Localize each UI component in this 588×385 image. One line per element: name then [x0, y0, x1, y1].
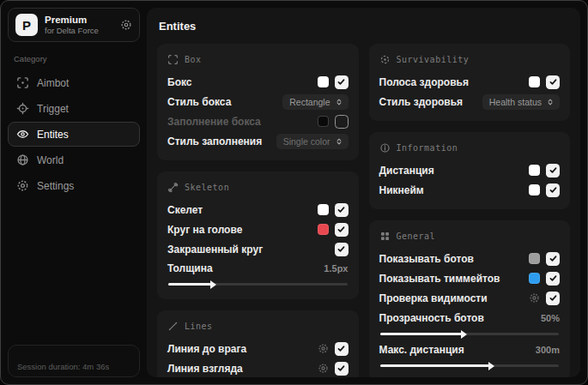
check-icon — [549, 185, 558, 195]
page-title: Entites — [159, 20, 568, 33]
checkbox[interactable] — [335, 75, 349, 89]
checkbox[interactable] — [546, 75, 560, 89]
color-swatch[interactable] — [318, 224, 329, 235]
sidebar-item-entites[interactable]: Entites — [8, 122, 140, 147]
gear-icon[interactable] — [318, 363, 329, 374]
sidebar-item-world[interactable]: World — [8, 147, 140, 172]
aimbot-icon — [16, 76, 29, 89]
checkbox[interactable] — [546, 292, 560, 305]
slider-value: 300m — [536, 345, 560, 355]
section-general: General Показывать ботов Показывать тимм… — [369, 220, 571, 377]
box-frame-icon — [167, 54, 179, 65]
checkbox[interactable] — [335, 342, 349, 356]
slider-value: 50% — [541, 313, 560, 323]
health-style-dropdown[interactable]: Health status — [482, 94, 560, 110]
setting-row-show-bots: Показывать ботов — [379, 249, 561, 268]
info-icon — [379, 142, 391, 153]
section-title: Box — [185, 55, 202, 64]
color-swatch[interactable] — [318, 204, 329, 215]
setting-label: Закрашенный круг — [167, 244, 263, 256]
check-icon — [549, 254, 558, 263]
right-column: Survivability Полоса здоровья Стиль здор… — [369, 44, 571, 377]
app-logo: P — [15, 14, 38, 36]
setting-row-fill-style: Стиль заполнения Single color — [167, 131, 349, 151]
color-swatch[interactable] — [529, 253, 540, 264]
section-skeleton: Skeleton Скелет Круг на голове — [157, 171, 359, 299]
setting-row-health-style: Стиль здоровья Health status — [379, 92, 561, 111]
fill-style-dropdown[interactable]: Single color — [276, 134, 349, 149]
setting-label: Круг на голове — [167, 224, 242, 236]
section-lines: Lines Линия до врага — [157, 310, 359, 377]
session-duration-label: Session duration: 4m 36s — [17, 362, 109, 371]
sidebar-item-aimbot[interactable]: Aimbot — [8, 70, 140, 95]
checkbox[interactable] — [546, 183, 560, 197]
setting-row-box: Бокс — [167, 72, 349, 92]
sidebar-item-label: Aimbot — [37, 77, 69, 89]
sidebar-item-label: Trigget — [37, 103, 69, 115]
check-icon — [336, 244, 346, 254]
checkbox[interactable] — [335, 243, 349, 256]
setting-label: Скелет — [167, 204, 203, 216]
bots-opacity-slider[interactable] — [380, 333, 560, 335]
brand-card: P Premium for Delta Force — [8, 8, 140, 42]
section-title: Skeleton — [185, 183, 229, 192]
main-panel: Entites Box Бокс — [147, 8, 580, 377]
setting-row-enemy-line: Линия до врага — [167, 339, 349, 358]
checkbox[interactable] — [335, 223, 349, 237]
color-swatch[interactable] — [529, 184, 540, 196]
setting-row-filled-circle: Закрашенный круг — [167, 239, 349, 259]
max-distance-slider[interactable] — [380, 364, 560, 367]
slider-thumb[interactable] — [210, 280, 216, 289]
setting-row-head-circle: Круг на голове — [167, 220, 349, 239]
setting-row-box-style: Стиль бокса Rectangle — [167, 92, 349, 111]
color-swatch[interactable] — [318, 76, 329, 87]
chevron-up-down-icon — [335, 137, 343, 146]
line-icon — [167, 321, 179, 332]
color-swatch[interactable] — [318, 116, 329, 127]
gear-icon[interactable] — [529, 292, 540, 304]
checkbox[interactable] — [546, 252, 560, 266]
gear-icon[interactable] — [120, 19, 132, 31]
checkbox[interactable] — [546, 164, 560, 177]
setting-row-distance: Дистанция — [379, 160, 561, 180]
checkbox[interactable] — [546, 272, 560, 286]
thickness-slider[interactable] — [168, 283, 348, 286]
gear-icon[interactable] — [318, 343, 329, 354]
slider-thumb[interactable] — [488, 362, 494, 370]
color-swatch[interactable] — [529, 76, 540, 87]
check-icon — [336, 344, 346, 353]
setting-label: Линия взгляда — [167, 363, 243, 375]
setting-label: Толщина — [167, 262, 213, 274]
sidebar-item-settings[interactable]: Settings — [8, 173, 140, 198]
slider-fill — [168, 283, 211, 286]
sidebar-item-trigget[interactable]: Trigget — [8, 96, 140, 121]
color-swatch[interactable] — [529, 165, 540, 176]
setting-label: Стиль бокса — [167, 96, 231, 108]
setting-label: Прозрачность ботов — [379, 312, 484, 324]
color-swatch[interactable] — [529, 273, 540, 284]
checkbox[interactable] — [335, 115, 349, 129]
section-title: Information — [397, 143, 458, 153]
slider-fill — [380, 333, 463, 335]
checkbox[interactable] — [335, 362, 349, 376]
setting-label: Дистанция — [379, 165, 434, 177]
chevron-up-down-icon — [546, 98, 555, 106]
check-icon — [549, 165, 558, 175]
dropdown-value: Health status — [489, 97, 542, 107]
setting-row-thickness: Толщина 1.5px — [167, 260, 349, 286]
eye-icon — [16, 128, 29, 141]
section-survivability: Survivability Полоса здоровья Стиль здор… — [369, 44, 571, 121]
setting-row-health-bar: Полоса здоровья — [379, 72, 561, 92]
left-column: Box Бокс Стиль бокса — [157, 44, 359, 377]
box-style-dropdown[interactable]: Rectangle — [282, 94, 348, 110]
sidebar-item-label: Settings — [37, 180, 74, 192]
slider-fill — [380, 364, 489, 367]
brand-subtitle: for Delta Force — [45, 26, 99, 36]
globe-icon — [16, 153, 29, 166]
setting-label: Полоса здоровья — [379, 76, 469, 88]
check-icon — [549, 77, 558, 87]
slider-thumb[interactable] — [461, 330, 467, 339]
check-icon — [549, 274, 558, 283]
setting-row-box-fill: Заполнение бокса — [167, 111, 349, 131]
checkbox[interactable] — [335, 203, 349, 217]
